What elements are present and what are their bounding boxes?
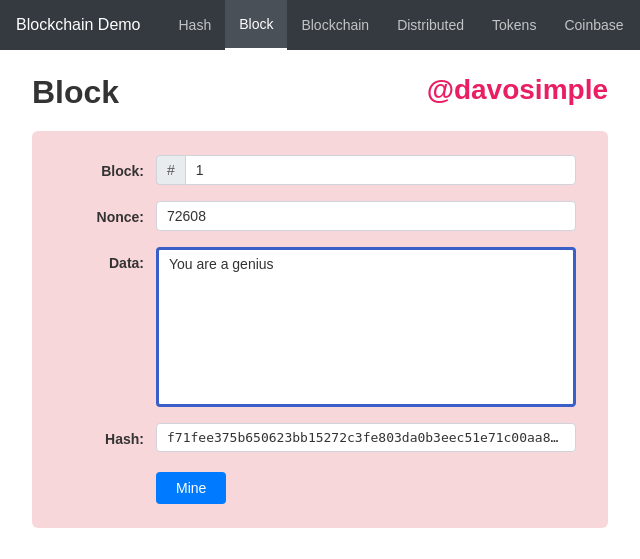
data-textarea[interactable]	[156, 247, 576, 407]
block-prefix: #	[156, 155, 185, 185]
nav-item-block[interactable]: Block	[225, 0, 287, 50]
hash-row: Hash: f71fee375b650623bb15272c3fe803da0b…	[64, 423, 576, 452]
block-card: Block: # Nonce: Data: Hash: f71fee375b65…	[32, 131, 608, 528]
block-row: Block: #	[64, 155, 576, 185]
mine-button[interactable]: Mine	[156, 472, 226, 504]
page-title: Block	[32, 74, 119, 111]
block-input-group: #	[156, 155, 576, 185]
navbar: Blockchain Demo Hash Block Blockchain Di…	[0, 0, 640, 50]
nav-item-distributed[interactable]: Distributed	[383, 0, 478, 50]
nonce-label: Nonce:	[64, 201, 144, 225]
watermark: @davosimple	[427, 74, 608, 106]
navbar-brand: Blockchain Demo	[16, 16, 141, 34]
nav-item-hash[interactable]: Hash	[165, 0, 226, 50]
nav-items: Hash Block Blockchain Distributed Tokens…	[165, 0, 638, 50]
data-row: Data:	[64, 247, 576, 407]
hash-label: Hash:	[64, 423, 144, 447]
hash-value: f71fee375b650623bb15272c3fe803da0b3eec51…	[156, 423, 576, 452]
nav-item-blockchain[interactable]: Blockchain	[287, 0, 383, 50]
page-content: Block @davosimple Block: # Nonce: Data: …	[0, 50, 640, 559]
nonce-input[interactable]	[156, 201, 576, 231]
nav-item-tokens[interactable]: Tokens	[478, 0, 550, 50]
block-input[interactable]	[185, 155, 576, 185]
nav-item-coinbase[interactable]: Coinbase	[550, 0, 637, 50]
block-label: Block:	[64, 155, 144, 179]
nonce-row: Nonce:	[64, 201, 576, 231]
data-label: Data:	[64, 247, 144, 271]
mine-row: Mine	[156, 468, 576, 504]
page-header: Block @davosimple	[32, 74, 608, 111]
